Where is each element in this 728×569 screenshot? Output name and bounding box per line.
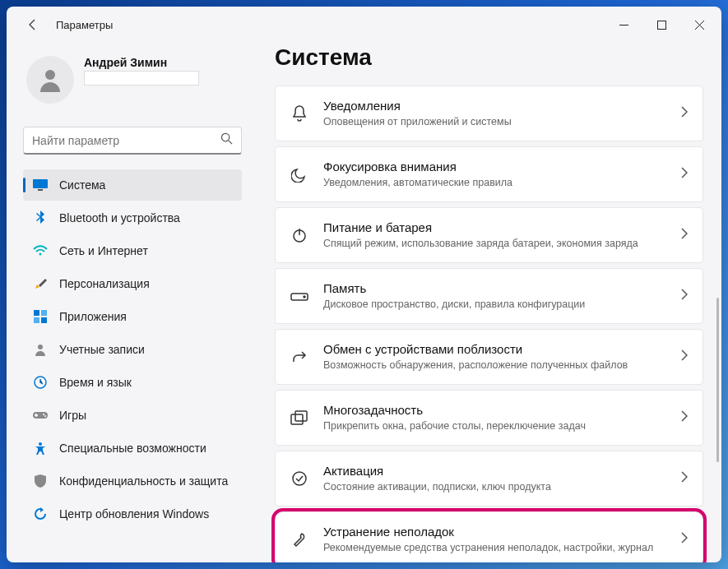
card-text: Обмен с устройствами поблизостиВозможнос… xyxy=(323,341,666,372)
nav-label: Персонализация xyxy=(59,277,150,290)
card-subtitle: Рекомендуемые средства устранения непола… xyxy=(323,541,666,556)
chevron-right-icon xyxy=(681,410,688,425)
card-title: Фокусировка внимания xyxy=(323,159,666,175)
nav-label: Время и язык xyxy=(59,376,132,389)
svg-point-21 xyxy=(293,472,306,485)
card-power[interactable]: Питание и батареяСпящий режим, использов… xyxy=(275,207,703,263)
svg-rect-6 xyxy=(34,310,39,316)
card-title: Уведомления xyxy=(323,98,666,114)
nav-item-accessibility[interactable]: Специальные возможности xyxy=(23,433,242,464)
person-icon xyxy=(35,65,65,95)
search-input[interactable] xyxy=(32,134,220,147)
nav-label: Сеть и Интернет xyxy=(59,244,148,257)
card-subtitle: Дисковое пространство, диски, правила ко… xyxy=(323,298,666,312)
card-title: Обмен с устройствами поблизости xyxy=(323,341,666,358)
avatar xyxy=(26,56,74,104)
share-icon xyxy=(290,348,308,366)
accessibility-icon xyxy=(33,441,48,456)
nav-label: Центр обновления Windows xyxy=(59,507,209,520)
nav-item-apps[interactable]: Приложения xyxy=(23,301,242,332)
card-moon[interactable]: Фокусировка вниманияУведомления, автомат… xyxy=(275,146,703,202)
nav-label: Игры xyxy=(59,409,86,422)
card-title: Питание и батарея xyxy=(323,220,666,236)
maximize-button[interactable] xyxy=(642,12,680,38)
nav-label: Конфиденциальность и защита xyxy=(59,474,228,488)
svg-point-1 xyxy=(45,70,55,80)
moon-icon xyxy=(290,165,308,183)
person-icon xyxy=(33,342,48,357)
brush-icon xyxy=(33,276,48,291)
chevron-right-icon xyxy=(681,289,688,303)
monitor-icon xyxy=(33,178,48,192)
card-title: Активация xyxy=(323,463,666,479)
wrench-icon xyxy=(290,530,308,548)
nav-item-clock[interactable]: Время и язык xyxy=(23,367,242,398)
card-subtitle: Возможность обнаружения, расположение по… xyxy=(323,359,666,373)
card-bell[interactable]: УведомленияОповещения от приложений и си… xyxy=(275,86,703,141)
svg-rect-9 xyxy=(41,317,47,323)
chevron-right-icon xyxy=(681,228,688,243)
card-title: Устранение неполадок xyxy=(323,524,666,540)
chevron-right-icon xyxy=(681,471,688,486)
nav-item-bluetooth[interactable]: Bluetooth и устройства xyxy=(23,202,242,234)
nav-item-person[interactable]: Учетные записи xyxy=(23,334,242,365)
window-controls xyxy=(605,12,718,38)
svg-point-18 xyxy=(304,296,305,298)
settings-window: Параметры Андрей Зимин xyxy=(7,7,721,562)
nav-item-wifi[interactable]: Сеть и Интернет xyxy=(23,235,242,266)
svg-rect-0 xyxy=(657,21,665,29)
nav-label: Bluetooth и устройства xyxy=(59,211,180,224)
card-text: ПамятьДисковое пространство, диски, прав… xyxy=(323,280,666,312)
nav-label: Приложения xyxy=(59,310,127,323)
back-button[interactable] xyxy=(20,12,46,38)
nav-item-brush[interactable]: Персонализация xyxy=(23,268,242,299)
svg-point-14 xyxy=(44,415,46,417)
chevron-right-icon xyxy=(681,532,688,547)
card-share[interactable]: Обмен с устройствами поблизостиВозможнос… xyxy=(275,329,703,385)
chevron-right-icon xyxy=(681,167,688,182)
search-icon xyxy=(220,132,233,148)
card-text: Устранение неполадокРекомендуемые средст… xyxy=(323,524,666,555)
svg-rect-3 xyxy=(33,179,48,188)
cards-list: УведомленияОповещения от приложений и си… xyxy=(275,86,703,562)
nav-label: Специальные возможности xyxy=(59,442,206,455)
nav-item-update[interactable]: Центр обновления Windows xyxy=(23,498,242,530)
chevron-right-icon xyxy=(681,349,688,364)
profile-info: Андрей Зимин xyxy=(84,56,239,86)
nav-list: СистемаBluetooth и устройстваСеть и Инте… xyxy=(23,169,242,530)
bluetooth-icon xyxy=(33,210,48,225)
svg-point-10 xyxy=(38,345,43,349)
nav-label: Учетные записи xyxy=(59,343,145,356)
card-check[interactable]: АктивацияСостояние активации, подписки, … xyxy=(275,451,703,507)
maximize-icon xyxy=(657,21,666,30)
game-icon xyxy=(33,408,48,423)
card-storage[interactable]: ПамятьДисковое пространство, диски, прав… xyxy=(275,268,703,324)
profile-block[interactable]: Андрей Зимин xyxy=(23,53,242,110)
card-wrench[interactable]: Устранение неполадокРекомендуемые средст… xyxy=(275,511,703,562)
nav-item-shield[interactable]: Конфиденциальность и защита xyxy=(23,465,242,497)
shield-icon xyxy=(33,474,48,488)
svg-rect-19 xyxy=(291,414,303,424)
svg-rect-8 xyxy=(34,317,39,323)
scrollbar-thumb[interactable] xyxy=(716,298,719,462)
minimize-icon xyxy=(619,21,628,30)
multi-icon xyxy=(290,409,308,427)
window-title: Параметры xyxy=(56,19,605,31)
update-icon xyxy=(33,507,48,521)
nav-label: Система xyxy=(59,178,105,192)
nav-item-game[interactable]: Игры xyxy=(23,400,242,431)
svg-point-13 xyxy=(43,414,44,415)
sidebar: Андрей Зимин СистемаBluetooth и устройст… xyxy=(7,43,252,562)
card-text: МногозадачностьПрикрепить окна, рабочие … xyxy=(323,402,666,433)
close-button[interactable] xyxy=(680,12,718,38)
svg-rect-7 xyxy=(41,310,47,316)
minimize-button[interactable] xyxy=(605,12,642,38)
apps-icon xyxy=(33,309,48,324)
card-multi[interactable]: МногозадачностьПрикрепить окна, рабочие … xyxy=(275,390,703,446)
nav-item-monitor[interactable]: Система xyxy=(23,169,242,201)
check-icon xyxy=(290,470,308,488)
svg-rect-20 xyxy=(295,411,307,421)
card-text: АктивацияСостояние активации, подписки, … xyxy=(323,463,666,494)
wifi-icon xyxy=(33,243,48,258)
search-box[interactable] xyxy=(23,127,242,155)
